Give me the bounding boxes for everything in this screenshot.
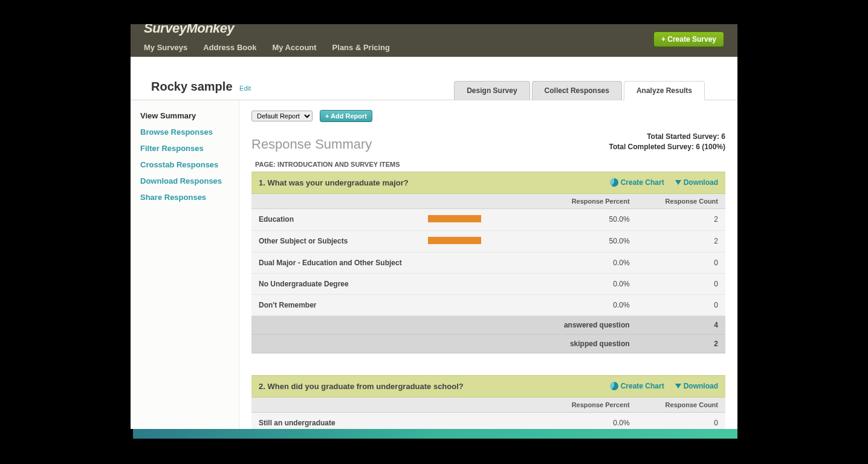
download-link[interactable]: Download (675, 382, 718, 390)
table-row: Still an undergraduate0.0%0 (251, 412, 725, 429)
main-tabs: Design Survey Collect Responses Analyze … (452, 81, 737, 100)
percent-cell: 0.0% (542, 294, 637, 315)
question-header: 2. When did you graduate from undergradu… (251, 375, 725, 398)
response-bar (428, 215, 481, 222)
nav-plans-pricing[interactable]: Plans & Pricing (332, 43, 390, 52)
nav-links: My Surveys Address Book My Account Plans… (144, 43, 390, 52)
sidebar-item-filter-responses[interactable]: Filter Responses (140, 144, 232, 153)
question-title: 2. When did you graduate from undergradu… (259, 382, 464, 391)
total-started-label: Total Started Survey: (647, 132, 719, 141)
response-bar (428, 237, 481, 244)
sidebar-item-browse-responses[interactable]: Browse Responses (140, 127, 232, 137)
question-header: 1. What was your undergraduate major?Cre… (251, 172, 725, 194)
top-navbar: SurveyMonkey My Surveys Address Book My … (131, 24, 737, 57)
count-cell: 0 (637, 412, 725, 429)
question-actions: Create ChartDownload (610, 382, 718, 390)
report-select[interactable]: Default Report (251, 111, 313, 121)
question-block: 1. What was your undergraduate major?Cre… (251, 172, 725, 353)
nav-my-account[interactable]: My Account (272, 43, 316, 52)
count-cell: 2 (637, 208, 725, 230)
th-count: Response Count (637, 398, 725, 413)
create-chart-link[interactable]: Create Chart (610, 382, 664, 390)
question-block: 2. When did you graduate from undergradu… (251, 375, 725, 429)
bar-cell (421, 294, 542, 315)
bar-cell (421, 412, 542, 429)
edit-survey-link[interactable]: Edit (239, 85, 251, 92)
tab-collect-responses[interactable]: Collect Responses (532, 81, 622, 100)
table-row: Education50.0%2 (251, 208, 725, 230)
total-completed-row: Total Completed Survey: 6 (100%) (609, 142, 725, 152)
total-started-value: 6 (721, 132, 725, 141)
answered-label: answered question (251, 315, 637, 334)
total-completed-label: Total Completed Survey: (609, 143, 693, 151)
tab-analyze-results[interactable]: Analyze Results (624, 81, 705, 100)
option-label: No Undergraduate Degree (251, 273, 421, 294)
bar-cell (421, 252, 542, 273)
bar-cell (421, 208, 542, 230)
question-title: 1. What was your undergraduate major? (259, 178, 409, 187)
create-chart-link[interactable]: Create Chart (610, 178, 664, 187)
sidebar-item-crosstab-responses[interactable]: Crosstab Responses (140, 160, 232, 169)
count-cell: 0 (637, 294, 725, 315)
option-label: Don't Remember (251, 294, 421, 315)
nav-address-book[interactable]: Address Book (203, 43, 256, 52)
page-label: PAGE: INTRODUCATION AND SURVEY ITEMS (251, 155, 725, 172)
percent-cell: 0.0% (542, 252, 637, 273)
option-label: Education (251, 208, 421, 230)
bar-cell (421, 273, 542, 294)
report-controls: Default Report + Add Report (251, 110, 725, 122)
body: View Summary Browse Responses Filter Res… (131, 100, 737, 429)
survey-title: Rocky sample Edit (151, 80, 251, 100)
percent-cell: 0.0% (542, 273, 637, 294)
download-icon (675, 384, 681, 388)
th-option (251, 398, 421, 413)
download-label: Download (684, 382, 718, 390)
brand-logo: SurveyMonkey (144, 24, 234, 36)
answered-row: answered question4 (251, 315, 725, 334)
sidebar-item-share-responses[interactable]: Share Responses (140, 193, 232, 202)
total-completed-value: 6 (100%) (696, 143, 725, 151)
add-report-button[interactable]: + Add Report (320, 110, 372, 122)
create-survey-button[interactable]: + Create Survey (653, 31, 724, 47)
sidebar: View Summary Browse Responses Filter Res… (131, 100, 239, 429)
pie-chart-icon (610, 178, 618, 187)
skipped-value: 2 (637, 334, 725, 353)
sidebar-item-download-responses[interactable]: Download Responses (140, 176, 232, 185)
option-label: Dual Major - Education and Other Subject (251, 252, 421, 273)
option-label: Other Subject or Subjects (251, 230, 421, 252)
download-label: Download (684, 178, 718, 187)
survey-title-text: Rocky sample (151, 80, 233, 93)
summary-stats: Total Started Survey: 6 Total Completed … (609, 132, 725, 152)
table-row: Don't Remember0.0%0 (251, 294, 725, 315)
pie-chart-icon (610, 382, 618, 390)
table-row: Other Subject or Subjects50.0%2 (251, 230, 725, 252)
create-chart-label: Create Chart (621, 178, 664, 187)
question-table: Response PercentResponse CountStill an u… (251, 398, 725, 429)
th-bar (421, 194, 542, 209)
percent-cell: 50.0% (542, 230, 637, 252)
survey-header: Rocky sample Edit Design Survey Collect … (131, 57, 737, 100)
th-percent: Response Percent (542, 194, 637, 209)
skipped-row: skipped question2 (251, 334, 725, 353)
count-cell: 0 (637, 273, 725, 294)
create-chart-label: Create Chart (621, 382, 664, 390)
question-actions: Create ChartDownload (610, 178, 718, 187)
summary-header: Response Summary Total Started Survey: 6… (251, 132, 725, 152)
taskbar-gradient (133, 429, 737, 439)
option-label: Still an undergraduate (251, 412, 421, 429)
questions-container: 1. What was your undergraduate major?Cre… (251, 172, 725, 429)
sidebar-item-view-summary[interactable]: View Summary (140, 111, 232, 120)
th-percent: Response Percent (542, 398, 637, 413)
nav-my-surveys[interactable]: My Surveys (144, 43, 187, 52)
count-cell: 2 (637, 230, 725, 252)
th-bar (421, 398, 542, 413)
summary-title: Response Summary (251, 137, 372, 152)
main-content: Default Report + Add Report Response Sum… (239, 100, 737, 429)
count-cell: 0 (637, 252, 725, 273)
bar-cell (421, 230, 542, 252)
th-option (251, 194, 421, 209)
download-link[interactable]: Download (675, 178, 718, 187)
answered-value: 4 (637, 315, 725, 334)
tab-design-survey[interactable]: Design Survey (454, 81, 530, 100)
table-row: No Undergraduate Degree0.0%0 (251, 273, 725, 294)
